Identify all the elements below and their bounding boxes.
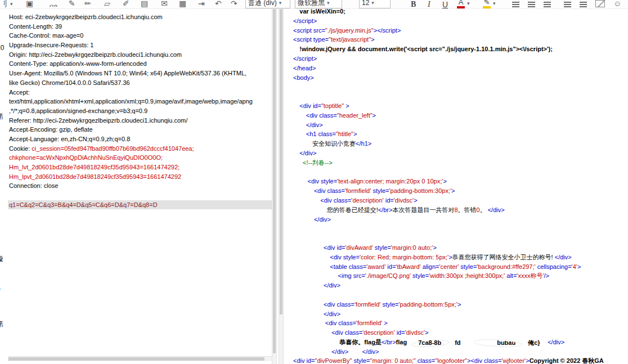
unordered-list-button[interactable] xyxy=(580,0,587,9)
clipped-text-fragment: 第 xyxy=(0,112,3,122)
paragraph-format-dropdown[interactable]: 普通 (div)▾ xyxy=(245,0,290,8)
scrollbar-thumb[interactable] xyxy=(273,9,276,353)
chevron-down-icon: ▾ xyxy=(327,0,330,8)
paragraph-format-dropdown-value: 普通 (div) xyxy=(248,0,277,8)
response-line: </script> xyxy=(293,16,628,26)
font-family-dropdown[interactable]: 微软雅黑▾ xyxy=(295,0,342,8)
page-icon[interactable]: ▤ xyxy=(141,0,148,9)
align-right-button[interactable] xyxy=(544,0,551,9)
response-line: </div> xyxy=(293,281,628,290)
flag-fragment: fd xyxy=(455,338,460,348)
response-line: !window.jQuery && document.write('<scrip… xyxy=(293,44,628,54)
redo-icon[interactable]: ↷ xyxy=(231,0,237,9)
scrollbar-thumb[interactable] xyxy=(8,357,264,361)
response-line: <h1 class="htitle"> xyxy=(293,129,628,139)
font-size-dropdown-value: 12 xyxy=(362,0,369,8)
font-color-button-glyph: A xyxy=(457,0,465,8)
color-swatch-bar xyxy=(483,6,491,8)
response-line: </div> </div> xyxy=(293,347,628,357)
response-line: <div id="divPowerBy" style="margin: 0 au… xyxy=(293,356,628,364)
eraser-icon[interactable]: ▱ xyxy=(104,0,110,9)
image-button[interactable] xyxy=(595,0,605,9)
response-line xyxy=(293,224,628,233)
http-response-viewer[interactable]: var isWeiXin=0;</script><script src="./j… xyxy=(293,7,628,364)
request-line: Cache-Control: max-age=0 xyxy=(8,31,272,41)
response-line xyxy=(293,82,628,92)
response-line: </div> xyxy=(293,120,628,130)
request-line: ,*/*;q=0.8,application/signed-exchange;v… xyxy=(8,106,272,116)
highlight-color-button[interactable]: ✎▾ xyxy=(483,0,496,8)
request-line: Content-Type: application/x-www-form-url… xyxy=(8,59,272,69)
response-line: <!--判卷--> xyxy=(293,158,628,168)
request-line: Connection: close xyxy=(8,181,272,191)
align-left-button[interactable] xyxy=(512,0,519,9)
scrollbar-thumb[interactable] xyxy=(280,9,282,314)
response-line: </div> xyxy=(293,149,628,158)
response-line xyxy=(293,92,628,101)
table-icon[interactable]: ▦ xyxy=(179,0,186,9)
response-line: <div class='formfield' style='padding-bo… xyxy=(293,300,628,309)
response-vertical-scrollbar[interactable] xyxy=(279,9,284,364)
format-brush-icon[interactable]: ✐ xyxy=(123,0,129,9)
pencil-icon[interactable]: ✎ xyxy=(69,0,75,9)
pen-icon[interactable]: ✏ xyxy=(84,0,91,9)
font-size-dropdown[interactable]: 12▾ xyxy=(359,0,391,8)
clipped-text-fragment: 漩 xyxy=(0,254,3,264)
underline-button[interactable]: U xyxy=(442,0,448,9)
save-icon[interactable]: ▣ xyxy=(26,0,33,9)
request-line: Hm_lpvt_2d0601bd28de7d49818249cf35d95943… xyxy=(8,172,272,182)
flag-fragment: 7ca8-8b xyxy=(418,338,441,348)
request-line: text/html,application/xhtml+xml,applicat… xyxy=(8,97,272,106)
response-line: <div id="toptitle" > xyxy=(293,101,628,111)
request-line: Host: eci-2zebwykrgqezlbeipzrb.cloudeci1… xyxy=(8,12,272,22)
response-line: <div class='description' id='divdsc'> xyxy=(293,196,628,205)
chevron-down-icon: ▾ xyxy=(10,0,13,9)
request-line: chkphone=acWxNpxhQpDiAchhNuSnEqyiQuDIO0O… xyxy=(8,153,272,163)
chevron-down-icon: ▾ xyxy=(493,0,496,8)
chevron-down-icon: ▾ xyxy=(279,0,282,8)
ordered-list-button[interactable] xyxy=(564,0,571,9)
response-line xyxy=(293,233,628,243)
response-line: <script type="text/javascript"> xyxy=(293,35,628,44)
request-line: Accept-Language: en,zh-CN;q=0.9,zh;q=0.8 xyxy=(8,134,272,144)
response-line: </div> xyxy=(293,215,628,224)
response-line: </head> xyxy=(293,64,628,73)
response-line: <div class='formfield' > xyxy=(293,318,628,328)
align-center-button[interactable] xyxy=(528,0,535,9)
request-line xyxy=(8,191,272,200)
response-line: <script src="./js/jquery.min.js"></scrip… xyxy=(293,26,628,35)
request-line: Accept-Encoding: gzip, deflate xyxy=(8,125,272,134)
request-line: Content-Length: 39 xyxy=(8,22,272,32)
print-icon[interactable]: 灬 xyxy=(50,0,57,9)
clipped-format-dropdown[interactable]: 刂▾ xyxy=(0,0,13,9)
color-swatch-bar xyxy=(457,6,465,8)
flag-fragment: 俺c} xyxy=(528,338,540,348)
request-vertical-scrollbar[interactable] xyxy=(272,9,277,364)
response-line: 安全知识小竞赛</h1> xyxy=(293,139,628,149)
response-line xyxy=(293,168,628,177)
request-line: Origin: http://eci-2zebwykrgqezlbeipzrb.… xyxy=(8,50,272,60)
font-family-dropdown-value: 微软雅黑 xyxy=(298,0,325,8)
undo-icon[interactable]: ↶ xyxy=(215,0,222,9)
response-line: <div class='formfield' style='padding-bo… xyxy=(293,186,628,196)
response-line xyxy=(293,290,628,300)
response-line: 恭喜你。flag是</br>flag7ca8-8bfdbubau俺c}</div… xyxy=(293,338,628,347)
bold-button[interactable]: B xyxy=(411,0,416,9)
font-color-button[interactable]: A▾ xyxy=(457,0,470,8)
request-horizontal-scrollbar[interactable] xyxy=(8,356,272,361)
request-body-line: q1=C&q2=C&q3=B&q4=D&q5=C&q6=D&q7=D&q8=D xyxy=(8,200,272,210)
envelope-icon[interactable]: ✉ xyxy=(161,0,168,9)
response-line: <table class='award' id='tbAward' align=… xyxy=(293,262,628,272)
emoji-button[interactable]: ☺ xyxy=(613,0,621,9)
clipped-text-fragment: 第 xyxy=(0,320,3,329)
indent-icon[interactable]: ⇥ xyxy=(198,0,205,9)
response-line: <div style='text-align:center; margin:20… xyxy=(293,177,628,186)
italic-button[interactable]: I xyxy=(428,0,430,9)
http-request-editor[interactable]: Host: eci-2zebwykrgqezlbeipzrb.cloudeci1… xyxy=(8,12,272,355)
request-line: Hm_lvt_2d0601bd28de7d49818249cf35d95943=… xyxy=(8,163,272,172)
response-line: <div id='divAward' style='margin:0 auto;… xyxy=(293,243,628,253)
whited-out-flag-scribble: 7ca8-8bfdbubau俺c} xyxy=(407,338,548,347)
clipped-text-fragment: 20 xyxy=(0,44,4,52)
request-line: Accept: xyxy=(8,88,272,97)
http-request-response-viewer: 刂▾▣灬✎✏▱✐▤✉▦⇥↶↷普通 (div)▾微软雅黑▾12▾BIUA▾✎▾☺ … xyxy=(0,0,628,364)
